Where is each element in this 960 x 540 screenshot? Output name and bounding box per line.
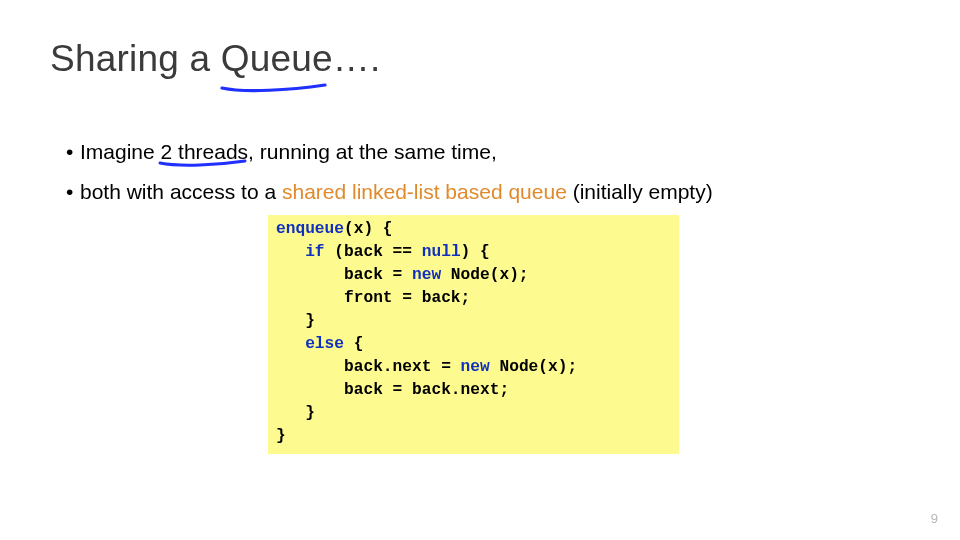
code-text: { xyxy=(344,335,363,353)
bullet-2: •both with access to a shared linked-lis… xyxy=(66,172,713,212)
code-block: enqueue(x) { if (back == null) { back = … xyxy=(268,215,679,454)
code-kw-new: new xyxy=(412,266,441,284)
code-kw-null: null xyxy=(422,243,461,261)
code-text: Node(x); xyxy=(441,266,528,284)
code-text xyxy=(276,243,305,261)
code-text: } xyxy=(276,404,315,422)
bullet-2-text-c: (initially empty) xyxy=(567,180,713,203)
code-kw-enqueue: enqueue xyxy=(276,220,344,238)
code-kw-else: else xyxy=(305,335,344,353)
annotation-underline-queue xyxy=(220,82,330,96)
code-kw-if: if xyxy=(305,243,324,261)
slide-title: Sharing a Queue…. xyxy=(50,38,380,80)
bullet-list: •Imagine 2 threads, running at the same … xyxy=(66,132,713,212)
code-text: } xyxy=(276,312,315,330)
code-text: front = back; xyxy=(276,289,470,307)
code-text: back = xyxy=(276,266,412,284)
code-text: (back == xyxy=(325,243,422,261)
code-text: (x) { xyxy=(344,220,393,238)
bullet-2-text-a: both with access to a xyxy=(80,180,282,203)
bullet-1-text-c: , running at the same time, xyxy=(248,140,497,163)
code-text: } xyxy=(276,427,286,445)
code-text: Node(x); xyxy=(490,358,577,376)
bullet-2-highlight: shared linked-list based queue xyxy=(282,180,567,203)
annotation-underline-threads xyxy=(158,158,248,170)
bullet-dot-icon: • xyxy=(66,132,80,172)
page-number: 9 xyxy=(931,511,938,526)
code-text xyxy=(276,335,305,353)
code-text: ) { xyxy=(461,243,490,261)
code-text: back = back.next; xyxy=(276,381,509,399)
bullet-dot-icon: • xyxy=(66,172,80,212)
bullet-1-text-a: Imagine xyxy=(80,140,161,163)
code-text: back.next = xyxy=(276,358,461,376)
slide: Sharing a Queue…. •Imagine 2 threads, ru… xyxy=(0,0,960,540)
code-kw-new: new xyxy=(461,358,490,376)
